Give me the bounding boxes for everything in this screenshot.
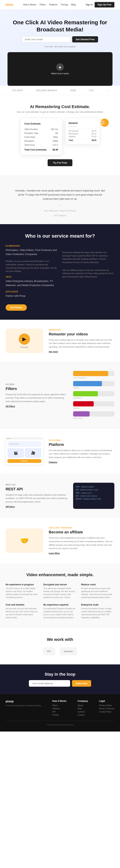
api-code: POST /media/videos GET /media/videos/{id… [76,485,112,500]
footer-link-1-1[interactable]: Blog [78,707,88,710]
filters-description: Powered by AI (AI-NN) and supported by c… [6,393,68,403]
feature-desc-0: You don't need to be a video editing exp… [6,587,39,599]
cost-row-2: Frame Rate25fps [24,135,58,139]
feature-4: No experience required Our automated AI … [43,603,76,619]
feature-desc-2: AI video remastering at scale costs sign… [81,587,114,599]
play-button[interactable] [56,63,64,71]
remaster-icon: ▶ Remaster [19,334,30,348]
footer-link-2-1[interactable]: Terms of Service [99,707,114,710]
hero-cta-button[interactable]: Get Started Free [72,36,98,42]
affiliate-label: Affiliate program [49,527,114,529]
cost-total: Total Cost (estimate)$8.90 [24,149,58,151]
affiliate-section: 🤝 Affiliate program Become an affiliate … [0,518,120,563]
footer-link-0-0[interactable]: Filters [52,704,67,707]
feature-desc-4: Our automated AI pipeline handles the co… [43,607,76,619]
invoice-card: Invoice Pixop ApS HD Upscale$5.20 Deinte… [66,119,99,144]
footer-copyright: © 2024 Pixop. All rights reserved. [6,721,114,726]
api-title: REST API [6,487,68,491]
hero-video[interactable]: Watch how it works [7,52,113,86]
footer-logo: pixop [6,700,41,703]
footer-link-0-3[interactable]: Pricing [52,714,67,716]
cost-row-4: Total Hours1.67 h [24,143,58,147]
cost-wrap: 20% OFF Cost Estimate Video Duration100 … [6,119,114,155]
hero-title: One Click AI Video Remastering for Broad… [6,19,114,33]
footer-link-2-0[interactable]: Privacy Policy [99,704,114,707]
api-section: REST API REST API Designed for large sca… [0,474,120,518]
newsletter-section: Stay in the loop Subscribe [0,664,120,694]
testimonial-text: Honestly, I handed over some pretty awfu… [15,189,105,201]
filters-title: Filters [6,386,68,391]
newsletter-email-input[interactable] [29,680,70,687]
newsletter-submit-button[interactable]: Subscribe [72,680,91,687]
footer-link-1-3[interactable]: Contact [78,714,88,716]
hero-email-input[interactable] [22,36,71,42]
nav-link-how[interactable]: How it Works [23,3,36,6]
feature-1: Encrypted and secure Your videos are enc… [43,583,76,599]
remaster-content: Remaster Remaster your videos Pixop uses… [49,329,114,353]
affiliate-title: Become an affiliate [49,530,114,534]
api-description: Designed for large scale video productio… [6,493,68,504]
feature-title-2: Reduce costs [81,583,114,586]
hero-section: One Click AI Video Remastering for Broad… [0,9,120,86]
footer-link-1-2[interactable]: Careers [78,711,88,713]
nav-link-blog[interactable]: Blog [71,3,76,6]
footer-col-2: Legal Privacy Policy Terms of Service Co… [99,700,114,717]
who-items-1: Video Enterprise Industry, Broadcasters,… [6,279,58,287]
footer-link-0-2[interactable]: API [52,711,67,713]
testimonial-section: " Honestly, I handed over some pretty aw… [0,175,120,224]
platform-screen-mockup: Upload video... 🎬 🎥 Process [6,438,43,465]
quote-close: " [59,201,61,207]
invoice-title: Invoice [69,122,96,125]
sign-up-button[interactable]: Sign Up Free [95,2,114,7]
video-label: Watch how it works [51,72,69,74]
logo-item-4: ↑ [107,89,108,92]
remaster-link[interactable]: See more [49,350,58,353]
footer-col-title-0: How it Works [52,700,67,702]
work-logos: SVT fyrmantic [6,647,114,655]
remaster-label: Remaster [49,329,114,331]
who-section: Who is our service meant for? Filmmakers… [0,224,120,320]
quote-open: " [6,183,114,189]
feature-3: Cost and timeline Get accurate cost and … [6,603,39,619]
hero-form: Get Started Free [6,36,114,42]
platform-link[interactable]: Features [49,461,57,463]
who-cta-button[interactable]: Get Started [6,304,27,311]
sign-in-link[interactable]: Sign In [86,3,93,6]
cost-subtitle: Use our cost estimator to get an instant… [6,111,114,113]
cost-card-title: Cost Estimate [24,122,58,125]
who-desc-col: Enterprises dealing with large video lib… [62,245,114,311]
footer-brand: pixop AI Video Remastering for Broadcast… [6,700,41,717]
who-label-1: Tech [6,276,58,278]
footer-link-0-1[interactable]: Platform [52,707,67,710]
feature-desc-1: Your videos are encrypted during transfe… [43,587,76,599]
api-link[interactable]: API Docs [6,505,15,508]
logo: pixop [6,3,13,6]
feature-title-3: Cost and timeline [6,603,39,606]
logo-item-2: Sine [70,89,76,92]
testimonial-author: Tom Johansson, Head of Technical [6,210,114,212]
nav-link-platform[interactable]: Platform [49,3,57,6]
affiliate-link[interactable]: Learn More [49,552,60,554]
nav-link-pricing[interactable]: Pricing [61,3,68,6]
feature-desc-5: Process thousands of hours of video cont… [81,607,114,619]
newsletter-form: Subscribe [6,680,114,687]
who-desc-2: Join our affiliate program and earn comm… [62,269,114,279]
logo-item-1: GOLDEN MANGO [36,89,57,92]
logos-section: Fulight GOLDEN MANGO Sine TV2 ↑ [0,86,120,95]
footer-link-2-2[interactable]: Cookie Policy [99,711,114,713]
api-content: REST API REST API Designed for large sca… [6,484,68,508]
try-button[interactable]: Try For Free [48,159,72,166]
cost-section: AI Remastering Cost Estimate. Use our co… [0,95,120,175]
filter-bar-4 [73,411,114,416]
who-title: Who is our service meant for? [6,233,114,239]
nav-link-filters[interactable]: Filters [40,3,46,6]
filters-link[interactable]: All Filters [6,405,15,407]
feature-title-0: No experience in progress [6,583,39,586]
who-items-0: Filmmakers, Video Editors, Post Producer… [6,248,58,256]
feature-0: No experience in progress You don't need… [6,583,39,599]
footer-link-1-0[interactable]: About [78,704,88,707]
testimonial-company: SVT Sweden [6,214,114,217]
filter-bar-1 [73,381,114,386]
feature-2: Reduce costs AI video remastering at sca… [81,583,114,599]
cost-row-0: Video Duration100 min [24,127,58,131]
